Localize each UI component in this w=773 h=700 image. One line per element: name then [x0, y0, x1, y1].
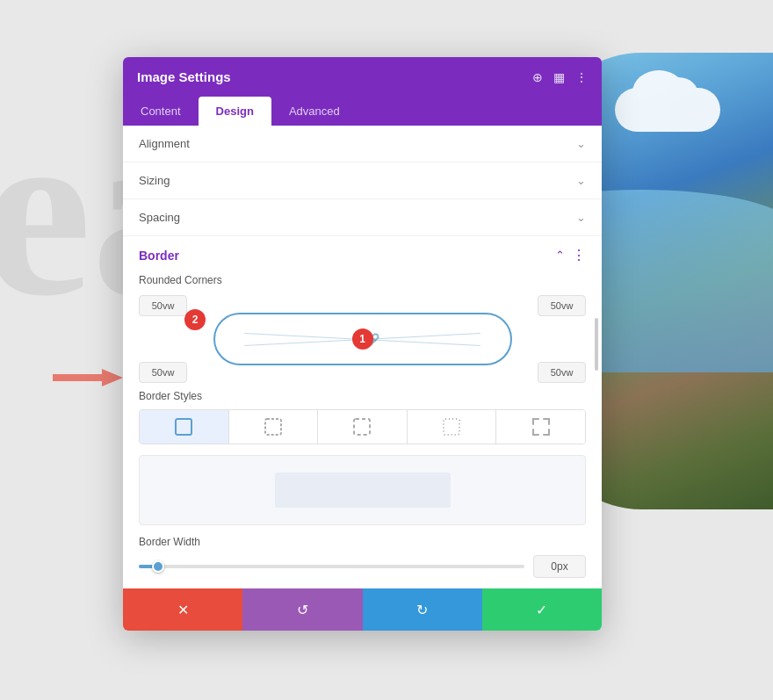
border-width-label: Border Width	[139, 536, 586, 548]
alignment-label: Alignment	[139, 137, 190, 150]
spacing-chevron-icon: ⌄	[576, 211, 586, 224]
slider-thumb[interactable]	[152, 560, 164, 573]
tab-advanced[interactable]: Advanced	[271, 97, 358, 126]
svg-rect-0	[176, 419, 191, 435]
border-preview-inner	[275, 473, 451, 508]
badge-2: 2	[184, 309, 206, 330]
border-width-value[interactable]: 0px	[533, 555, 586, 578]
style-btn-dotted[interactable]	[408, 410, 497, 444]
sizing-label: Sizing	[139, 174, 170, 187]
spacing-label: Spacing	[139, 211, 180, 224]
tab-bar: Content Design Advanced	[123, 97, 602, 126]
cancel-button[interactable]: ✕	[123, 588, 242, 631]
corner-grid: 50vw 50vw 50vw 50vw 1 🔗	[139, 295, 586, 383]
cloud-shape	[615, 88, 720, 132]
sizing-section[interactable]: Sizing ⌄	[123, 162, 602, 199]
corner-br-input[interactable]: 50vw	[538, 362, 586, 383]
border-styles-label: Border Styles	[139, 390, 586, 402]
badge-1: 1	[352, 328, 373, 350]
svg-rect-3	[444, 419, 459, 435]
style-btn-solid[interactable]	[140, 410, 229, 444]
corner-tl-input[interactable]: 50vw	[139, 295, 187, 316]
redo-button[interactable]: ↻	[363, 588, 482, 631]
alignment-section[interactable]: Alignment ⌄	[123, 126, 602, 162]
spacing-section[interactable]: Spacing ⌄	[123, 199, 602, 236]
columns-icon[interactable]: ▦	[553, 70, 565, 84]
tab-design[interactable]: Design	[199, 97, 271, 126]
border-width-row: 0px	[139, 555, 586, 578]
panel-title: Image Settings	[137, 69, 231, 84]
border-header-right: ⌃ ⋮	[555, 247, 586, 263]
alignment-chevron-icon: ⌄	[576, 137, 586, 150]
border-chevron-up-icon[interactable]: ⌃	[555, 249, 565, 262]
confirm-button[interactable]: ✓	[482, 588, 602, 631]
panel-body: Alignment ⌄ Sizing ⌄ Spacing ⌄ Border ⌃ …	[123, 126, 602, 588]
header-icons: ⊕ ▦ ⋮	[532, 70, 588, 84]
tab-content[interactable]: Content	[123, 97, 199, 126]
action-bar: ✕ ↺ ↻ ✓	[123, 588, 602, 631]
svg-rect-2	[354, 419, 370, 435]
undo-button[interactable]: ↺	[242, 588, 362, 631]
image-settings-panel: Image Settings ⊕ ▦ ⋮ Content Design Adva…	[123, 57, 602, 631]
style-btn-dashed-outer[interactable]	[229, 410, 319, 444]
slider-track	[139, 565, 524, 568]
style-btn-dashed-inner[interactable]	[318, 410, 408, 444]
border-width-slider[interactable]	[139, 565, 524, 568]
scroll-indicator	[595, 318, 598, 371]
border-section: Border ⌃ ⋮ Rounded Corners 50vw 50vw 50v…	[123, 236, 602, 588]
border-width-section: Border Width 0px	[139, 536, 586, 578]
rounded-preview: 1 🔗	[213, 313, 512, 365]
rounded-corners-label: Rounded Corners	[139, 274, 586, 286]
bg-arrow-shape	[53, 369, 123, 386]
border-styles-section: Border Styles	[139, 390, 586, 444]
corner-bl-input[interactable]: 50vw	[139, 362, 187, 383]
border-title: Border	[139, 249, 179, 263]
border-dots-icon[interactable]: ⋮	[572, 247, 586, 263]
corner-tr-input[interactable]: 50vw	[538, 295, 586, 316]
target-icon[interactable]: ⊕	[532, 70, 543, 84]
style-btn-corner[interactable]	[496, 410, 585, 444]
border-preview-box	[139, 455, 586, 525]
sizing-chevron-icon: ⌄	[576, 174, 586, 187]
svg-rect-1	[265, 419, 281, 435]
more-icon[interactable]: ⋮	[575, 70, 588, 84]
rounded-preview-wrapper: 1 🔗 2	[191, 302, 533, 376]
panel-header: Image Settings ⊕ ▦ ⋮	[123, 57, 602, 97]
style-buttons	[139, 409, 586, 444]
border-header: Border ⌃ ⋮	[139, 247, 586, 263]
